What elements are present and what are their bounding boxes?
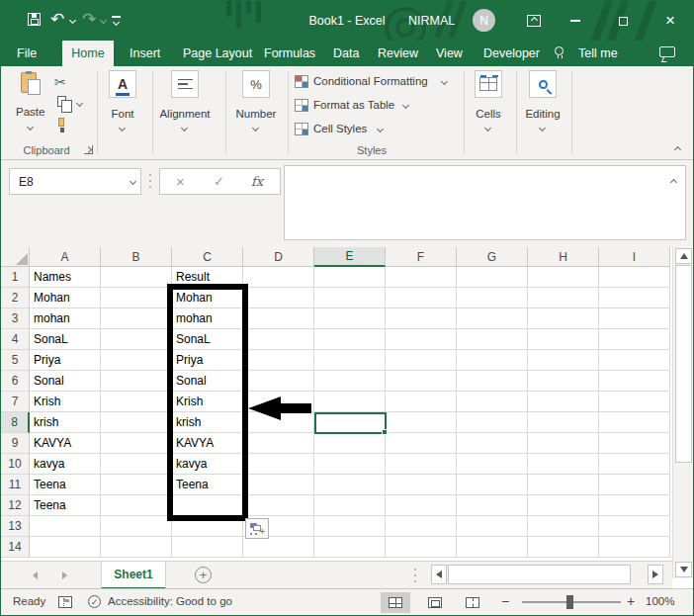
column-header-H[interactable]: H xyxy=(528,247,599,267)
cell-I7[interactable] xyxy=(599,392,670,412)
cell-F1[interactable] xyxy=(386,267,457,288)
cell-A1[interactable]: Names xyxy=(30,267,101,288)
tab-page-layout[interactable]: Page Layout xyxy=(179,41,256,66)
name-box-dropdown-icon[interactable] xyxy=(130,178,136,185)
row-header-6[interactable]: 6 xyxy=(1,371,30,392)
cell-B1[interactable] xyxy=(101,267,172,288)
cell-B5[interactable] xyxy=(101,350,172,371)
cell-I2[interactable] xyxy=(599,288,670,308)
cell-F13[interactable] xyxy=(386,516,457,537)
cell-I3[interactable] xyxy=(599,308,670,329)
cell-I12[interactable] xyxy=(599,495,670,516)
cell-E9[interactable] xyxy=(314,433,386,454)
tab-file[interactable]: File xyxy=(13,41,41,66)
row-header-7[interactable]: 7 xyxy=(1,392,30,412)
editing-dropdown-icon[interactable] xyxy=(539,125,546,132)
accessibility-status[interactable]: Accessibility: Good to go xyxy=(108,595,232,607)
cell-D10[interactable] xyxy=(243,454,314,475)
accessibility-icon[interactable]: ✓ xyxy=(88,595,101,608)
zoom-slider-thumb[interactable] xyxy=(566,595,573,609)
cell-I6[interactable] xyxy=(599,371,670,392)
cell-A3[interactable]: mohan xyxy=(30,308,101,329)
scroll-left-button[interactable] xyxy=(431,565,447,584)
cell-F4[interactable] xyxy=(386,329,457,350)
cell-G10[interactable] xyxy=(457,454,528,475)
cell-G5[interactable] xyxy=(457,350,528,371)
cell-E12[interactable] xyxy=(314,495,386,516)
editing-button[interactable] xyxy=(529,70,557,98)
collapse-ribbon-icon[interactable] xyxy=(674,146,681,153)
cell-A6[interactable]: Sonal xyxy=(30,371,101,392)
save-icon[interactable] xyxy=(28,13,41,26)
column-header-E[interactable]: E xyxy=(314,247,386,267)
cell-A10[interactable]: kavya xyxy=(30,454,101,475)
customize-qat-chevron-icon[interactable] xyxy=(113,19,120,26)
cell-A2[interactable]: Mohan xyxy=(30,288,101,308)
cell-H12[interactable] xyxy=(528,495,599,516)
cell-F6[interactable] xyxy=(386,371,457,392)
tab-review[interactable]: Review xyxy=(374,41,422,66)
insert-function-icon[interactable]: fx xyxy=(251,174,263,189)
vertical-scrollbar[interactable] xyxy=(672,247,693,578)
cell-D2[interactable] xyxy=(243,288,314,308)
undo-dropdown-icon[interactable] xyxy=(69,17,76,24)
cell-A5[interactable]: Priya xyxy=(30,350,101,371)
tab-developer[interactable]: Developer xyxy=(479,41,544,66)
cell-D4[interactable] xyxy=(243,329,314,350)
tab-view[interactable]: View xyxy=(432,41,467,66)
row-header-13[interactable]: 13 xyxy=(1,516,30,537)
alignment-button[interactable] xyxy=(171,70,199,98)
tell-me-lightbulb-icon[interactable] xyxy=(555,46,564,55)
row-header-11[interactable]: 11 xyxy=(1,475,30,495)
add-sheet-button[interactable]: + xyxy=(195,567,212,583)
cell-D6[interactable] xyxy=(243,371,314,392)
cell-E3[interactable] xyxy=(314,308,386,329)
cell-A11[interactable]: Teena xyxy=(30,475,101,495)
name-box[interactable]: E8 xyxy=(9,168,141,195)
column-header-F[interactable]: F xyxy=(386,247,457,267)
cell-A7[interactable]: Krish xyxy=(30,392,101,412)
cell-F2[interactable] xyxy=(386,288,457,308)
vertical-scroll-thumb[interactable] xyxy=(675,265,692,463)
cell-D5[interactable] xyxy=(243,350,314,371)
cell-B11[interactable] xyxy=(101,475,172,495)
copy-icon[interactable] xyxy=(57,96,66,107)
close-button[interactable]: × xyxy=(653,8,687,34)
font-button[interactable]: A xyxy=(109,70,136,98)
row-header-2[interactable]: 2 xyxy=(1,288,30,308)
cell-F10[interactable] xyxy=(386,454,457,475)
zoom-in-button[interactable]: + xyxy=(627,593,635,609)
clipboard-dialog-launcher-icon[interactable] xyxy=(84,145,93,154)
cell-G14[interactable] xyxy=(457,537,528,558)
cells-dropdown-icon[interactable] xyxy=(484,125,491,132)
cell-I1[interactable] xyxy=(599,267,670,288)
cell-E6[interactable] xyxy=(314,371,386,392)
cell-A12[interactable]: Teena xyxy=(30,495,101,516)
prev-sheet-icon[interactable] xyxy=(33,572,38,579)
cell-F7[interactable] xyxy=(386,392,457,412)
cell-D3[interactable] xyxy=(243,308,314,329)
tell-me[interactable]: Tell me xyxy=(574,41,622,66)
macro-record-icon[interactable] xyxy=(58,596,72,608)
row-header-9[interactable]: 9 xyxy=(1,433,30,454)
cell-F9[interactable] xyxy=(386,433,457,454)
cell-E14[interactable] xyxy=(314,537,386,558)
minimize-button[interactable] xyxy=(559,8,592,34)
cell-I13[interactable] xyxy=(599,516,670,537)
cell-E2[interactable] xyxy=(314,288,386,308)
cell-H13[interactable] xyxy=(528,516,599,537)
alignment-dropdown-icon[interactable] xyxy=(181,125,188,132)
tab-formulas[interactable]: Formulas xyxy=(260,41,319,66)
cell-H5[interactable] xyxy=(528,350,599,371)
number-button[interactable]: % xyxy=(242,70,270,98)
cell-F14[interactable] xyxy=(386,537,457,558)
cell-E10[interactable] xyxy=(314,454,386,475)
format-painter-icon[interactable] xyxy=(58,118,64,127)
row-header-12[interactable]: 12 xyxy=(1,495,30,516)
cell-H3[interactable] xyxy=(528,308,599,329)
cell-B8[interactable] xyxy=(101,412,172,433)
column-header-D[interactable]: D xyxy=(243,247,314,267)
ribbon-display-options-button[interactable] xyxy=(517,8,551,34)
user-name[interactable]: NIRMAL xyxy=(408,14,455,28)
cell-G1[interactable] xyxy=(457,267,528,288)
